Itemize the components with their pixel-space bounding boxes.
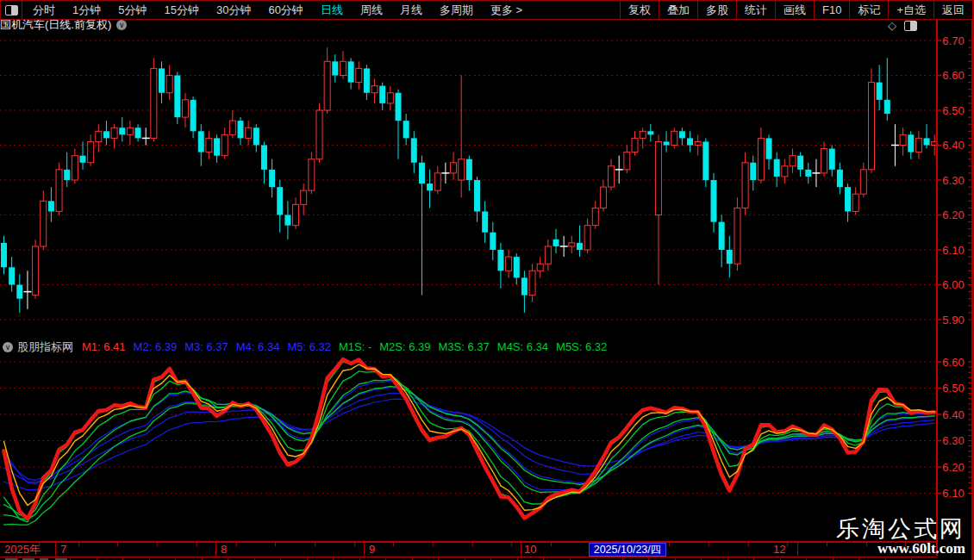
week-tick: [197, 543, 197, 546]
svg-text:6.10: 6.10: [942, 487, 964, 500]
action-button-3[interactable]: 统计: [736, 1, 775, 19]
week-tick: [787, 543, 788, 546]
svg-text:6.40: 6.40: [942, 408, 964, 421]
action-button-6[interactable]: 标记: [849, 1, 888, 19]
date-label-5: 12: [773, 544, 785, 556]
indicator-value-0: M1: 6.41: [82, 340, 126, 353]
date-separator: [797, 543, 798, 556]
indicator-value-7: M3S: 6.37: [439, 340, 490, 353]
indicator-value-2: M3: 6.37: [184, 340, 228, 353]
week-tick: [905, 543, 906, 546]
indicator-line-chart[interactable]: 6.106.206.306.406.506.60: [0, 355, 974, 541]
action-button-1[interactable]: 叠加: [659, 1, 697, 19]
indicator-value-6: M2S: 6.39: [379, 340, 430, 353]
period-tab-3[interactable]: 15分钟: [155, 3, 207, 18]
bottom-partial-row: [0, 557, 936, 560]
date-separator: [215, 543, 216, 556]
chevron-down-circle-icon[interactable]: ∨: [3, 342, 13, 352]
indicator-value-8: M4S: 6.34: [497, 340, 548, 353]
date-label-0: 2025年: [4, 544, 41, 556]
svg-text:6.00: 6.00: [942, 278, 964, 291]
cursor-date-box: 2025/10/23/四: [589, 543, 666, 557]
svg-text:6.20: 6.20: [942, 461, 964, 474]
svg-text:6.10: 6.10: [942, 244, 964, 257]
date-label-3: 9: [369, 544, 375, 556]
indicator-value-5: M1S: -: [339, 340, 371, 353]
svg-text:6.40: 6.40: [942, 139, 964, 152]
indicator-value-3: M4: 6.34: [236, 340, 280, 353]
date-separator: [364, 543, 365, 556]
action-button-8[interactable]: 返回: [933, 1, 972, 19]
indicator-value-1: M2: 6.39: [134, 340, 178, 353]
date-axis[interactable]: 2025年78910122025/10/23/四: [0, 541, 936, 557]
action-button-4[interactable]: 画线: [775, 1, 814, 19]
titlebar-right-icons: ◇: [888, 20, 931, 31]
week-tick: [157, 543, 158, 546]
action-button-2[interactable]: 多股: [697, 1, 736, 19]
period-tab-2[interactable]: 5分钟: [109, 3, 155, 18]
week-tick: [433, 543, 434, 546]
indicator-value-9: M5S: 6.32: [556, 340, 607, 353]
action-button-5[interactable]: F10: [814, 1, 849, 19]
week-tick: [275, 543, 276, 546]
date-label-1: 7: [60, 544, 66, 556]
title-bar: 国机汽车(日线.前复权) ∨: [0, 19, 936, 31]
week-tick: [472, 543, 473, 546]
indicator-header: ∨ 股朋指标网 M1: 6.41M2: 6.39M3: 6.37M4: 6.34…: [0, 339, 935, 354]
period-tab-7[interactable]: 周线: [352, 3, 391, 18]
date-separator: [55, 543, 56, 556]
week-tick: [39, 543, 40, 546]
svg-text:6.70: 6.70: [942, 34, 964, 47]
week-tick: [866, 543, 867, 546]
svg-text:6.20: 6.20: [942, 208, 964, 221]
svg-text:6.60: 6.60: [942, 69, 964, 82]
main-candlestick-chart[interactable]: 5.906.006.106.206.306.406.506.606.70: [0, 31, 974, 339]
period-tab-10[interactable]: 更多 >: [482, 3, 531, 18]
week-tick: [78, 543, 79, 546]
top-toolbar: 分时1分钟5分钟15分钟30分钟60分钟日线周线月线多周期更多 > 复权叠加多股…: [0, 0, 972, 20]
week-tick: [709, 543, 709, 546]
svg-text:6.60: 6.60: [942, 356, 964, 369]
week-tick: [748, 543, 749, 546]
week-tick: [315, 543, 315, 546]
period-tab-1[interactable]: 1分钟: [64, 3, 109, 18]
action-button-0[interactable]: 复权: [620, 1, 659, 19]
price-axis-border: [936, 19, 938, 556]
period-tabs: 分时1分钟5分钟15分钟30分钟60分钟日线周线月线多周期更多 >: [22, 1, 531, 19]
indicator-name: 股朋指标网: [17, 339, 73, 355]
week-tick: [511, 543, 512, 546]
svg-text:5.90: 5.90: [942, 314, 964, 327]
window-split-icon: [5, 5, 18, 16]
week-tick: [827, 543, 827, 546]
period-tab-9[interactable]: 多周期: [431, 3, 482, 18]
period-tab-0[interactable]: 分时: [24, 3, 64, 18]
week-tick: [354, 543, 355, 546]
week-tick: [236, 543, 237, 546]
chevron-down-icon[interactable]: ∨: [116, 20, 127, 30]
indicator-value-4: M5: 6.32: [287, 340, 331, 353]
svg-text:6.30: 6.30: [942, 434, 964, 447]
date-label-4: 10: [524, 544, 536, 556]
date-separator: [521, 543, 521, 556]
toolbar-actions: 复权叠加多股统计画线F10标记+自选返回: [620, 1, 972, 19]
svg-text:6.50: 6.50: [942, 104, 964, 117]
period-tab-4[interactable]: 30分钟: [208, 3, 259, 18]
week-tick: [393, 543, 394, 546]
period-tab-8[interactable]: 月线: [391, 3, 431, 18]
layout-toggle-button[interactable]: [1, 1, 22, 19]
window-icon[interactable]: [904, 21, 917, 31]
diamond-icon[interactable]: ◇: [888, 20, 896, 31]
svg-text:6.50: 6.50: [942, 382, 964, 395]
week-tick: [117, 543, 118, 546]
period-tab-5[interactable]: 60分钟: [259, 3, 311, 18]
action-button-7[interactable]: +自选: [888, 1, 933, 19]
week-tick: [551, 543, 552, 546]
week-tick: [669, 543, 670, 546]
indicator-values: M1: 6.41M2: 6.39M3: 6.37M4: 6.34M5: 6.32…: [82, 340, 615, 353]
period-tab-6[interactable]: 日线: [312, 3, 352, 18]
date-label-2: 8: [221, 544, 227, 556]
svg-text:6.30: 6.30: [942, 174, 964, 187]
